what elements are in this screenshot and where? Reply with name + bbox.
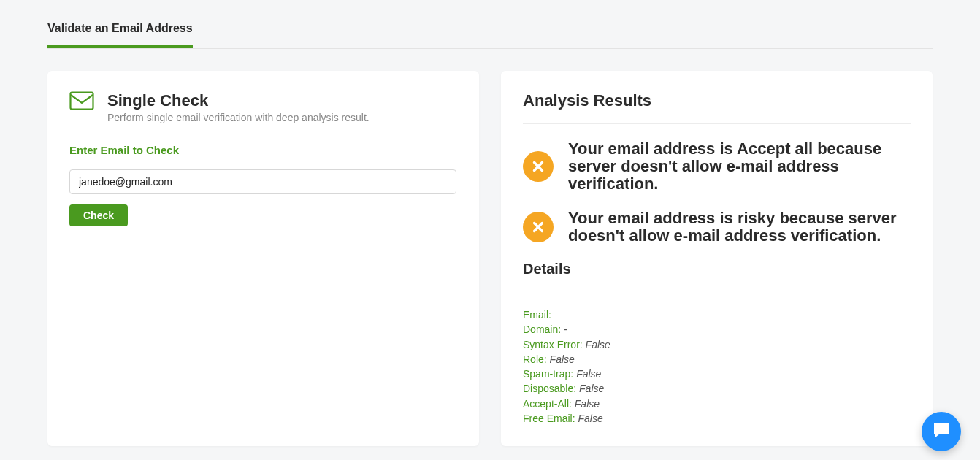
detail-value-role: False: [550, 353, 575, 365]
chat-icon: [933, 422, 950, 441]
details-title: Details: [523, 261, 911, 277]
detail-value-acceptall: False: [575, 398, 600, 410]
check-button[interactable]: Check: [69, 204, 128, 226]
analysis-results-title: Analysis Results: [523, 91, 911, 110]
detail-label-disposable: Disposable:: [523, 383, 576, 394]
single-check-card: Single Check Perform single email verifi…: [47, 71, 479, 446]
chat-button[interactable]: [922, 412, 961, 451]
detail-label-syntax: Syntax Error:: [523, 339, 583, 350]
detail-value-freeemail: False: [578, 413, 602, 424]
detail-value-disposable: False: [579, 383, 604, 394]
detail-label-email: Email:: [523, 309, 551, 321]
detail-label-domain: Domain:: [523, 323, 561, 335]
detail-label-acceptall: Accept-All:: [523, 398, 572, 410]
svg-rect-0: [71, 93, 93, 110]
analysis-results-card: Analysis Results Your email address is A…: [501, 71, 933, 446]
cross-circle-icon: [523, 151, 554, 182]
tab-bar: Validate an Email Address: [47, 22, 933, 49]
email-input[interactable]: [69, 169, 456, 194]
detail-value-spam: False: [576, 368, 601, 380]
tab-validate[interactable]: Validate an Email Address: [47, 22, 193, 48]
single-check-subtitle: Perform single email verification with d…: [107, 112, 370, 123]
detail-label-freeemail: Free Email:: [523, 413, 575, 424]
detail-value-domain: -: [564, 323, 567, 335]
result-message-text: Your email address is Accept all because…: [568, 140, 911, 193]
single-check-title: Single Check: [107, 91, 370, 110]
result-message-text: Your email address is risky because serv…: [568, 210, 911, 245]
result-message: Your email address is Accept all because…: [523, 140, 911, 193]
details-list: Email: Domain: - Syntax Error: False Rol…: [523, 307, 911, 426]
envelope-icon: [69, 91, 94, 113]
divider: [523, 123, 911, 124]
divider: [523, 291, 911, 291]
detail-label-spam: Spam-trap:: [523, 368, 573, 380]
detail-label-role: Role:: [523, 353, 547, 365]
email-field-label: Enter Email to Check: [69, 144, 457, 156]
cross-circle-icon: [523, 212, 554, 242]
result-message: Your email address is risky because serv…: [523, 210, 911, 245]
detail-value-syntax: False: [586, 339, 610, 350]
